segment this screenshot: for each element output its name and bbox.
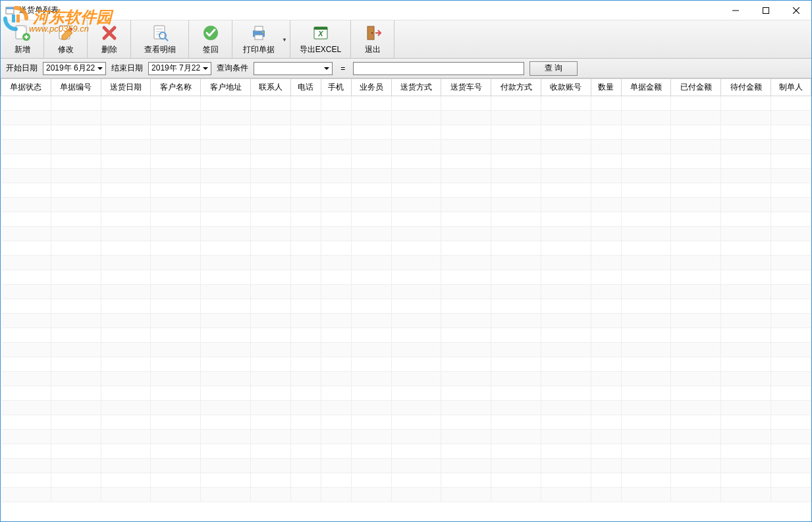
table-cell <box>250 386 290 401</box>
column-header[interactable]: 付款方式 <box>491 79 541 96</box>
table-cell <box>721 328 771 343</box>
column-header[interactable]: 待付金额 <box>721 79 771 96</box>
signback-button[interactable]: 签回 <box>189 20 232 58</box>
table-cell <box>351 111 391 125</box>
column-header[interactable]: 已付金额 <box>671 79 721 96</box>
table-cell <box>441 430 491 444</box>
close-button[interactable] <box>781 1 811 20</box>
table-cell <box>541 285 591 299</box>
table-cell <box>441 444 491 459</box>
start-date-picker[interactable]: 2019年 6月22 <box>43 62 106 75</box>
column-header[interactable]: 单据编号 <box>51 79 101 96</box>
new-button[interactable]: 新增 <box>1 20 44 58</box>
table-cell <box>151 444 201 459</box>
column-header[interactable]: 客户地址 <box>201 79 251 96</box>
table-cell <box>441 227 491 241</box>
table-row[interactable] <box>1 111 811 125</box>
table-row[interactable] <box>1 299 811 314</box>
table-cell <box>101 343 151 357</box>
column-header[interactable]: 联系人 <box>250 79 290 96</box>
table-cell <box>151 285 201 299</box>
table-cell <box>671 241 721 256</box>
table-row[interactable] <box>1 140 811 154</box>
table-row[interactable] <box>1 125 811 140</box>
table-cell <box>621 285 671 299</box>
export-button[interactable]: X 导出EXCEL <box>290 20 351 58</box>
table-row[interactable] <box>1 444 811 459</box>
table-cell <box>151 96 201 111</box>
table-row[interactable] <box>1 270 811 285</box>
table-cell <box>51 473 101 488</box>
end-date-picker[interactable]: 2019年 7月22 <box>148 62 211 75</box>
detail-button[interactable]: 查看明细 <box>131 20 189 58</box>
minimize-button[interactable] <box>720 1 751 20</box>
table-cell <box>391 488 441 502</box>
table-cell <box>541 96 591 111</box>
table-row[interactable] <box>1 314 811 328</box>
table-row[interactable] <box>1 328 811 343</box>
column-header[interactable]: 单据状态 <box>1 79 51 96</box>
maximize-button[interactable] <box>751 1 781 20</box>
table-cell <box>591 473 621 488</box>
table-cell <box>391 328 441 343</box>
table-cell <box>1 357 51 372</box>
table-row[interactable] <box>1 285 811 299</box>
table-row[interactable] <box>1 488 811 502</box>
table-row[interactable] <box>1 473 811 488</box>
table-area[interactable]: 单据状态单据编号送货日期客户名称客户地址联系人电话手机业务员送货方式送货车号付款… <box>1 78 811 521</box>
column-header[interactable]: 电话 <box>290 79 321 96</box>
table-cell <box>671 328 721 343</box>
table-row[interactable] <box>1 343 811 357</box>
query-button[interactable]: 查 询 <box>529 61 578 76</box>
column-header[interactable]: 送货日期 <box>101 79 151 96</box>
table-cell <box>101 256 151 270</box>
column-header[interactable]: 客户名称 <box>151 79 201 96</box>
print-button[interactable]: 打印单据 ▼ <box>232 20 290 58</box>
table-row[interactable] <box>1 256 811 270</box>
column-header[interactable]: 收款账号 <box>541 79 591 96</box>
query-input[interactable] <box>353 62 524 75</box>
table-row[interactable] <box>1 430 811 444</box>
table-row[interactable] <box>1 96 811 111</box>
table-cell <box>290 343 321 357</box>
table-row[interactable] <box>1 386 811 401</box>
table-header-row: 单据状态单据编号送货日期客户名称客户地址联系人电话手机业务员送货方式送货车号付款… <box>1 79 811 96</box>
table-cell <box>671 169 721 183</box>
column-header[interactable]: 送货方式 <box>391 79 441 96</box>
table-row[interactable] <box>1 415 811 430</box>
table-row[interactable] <box>1 227 811 241</box>
delete-button[interactable]: 删除 <box>88 20 131 58</box>
table-cell <box>101 212 151 227</box>
table-row[interactable] <box>1 357 811 372</box>
table-cell <box>591 154 621 169</box>
exit-button[interactable]: 退出 <box>351 20 394 58</box>
table-row[interactable] <box>1 169 811 183</box>
table-cell <box>151 372 201 386</box>
table-cell <box>621 299 671 314</box>
table-row[interactable] <box>1 401 811 415</box>
table-row[interactable] <box>1 198 811 212</box>
table-cell <box>391 227 441 241</box>
table-row[interactable] <box>1 372 811 386</box>
table-row[interactable] <box>1 183 811 198</box>
table-cell <box>721 198 771 212</box>
table-cell <box>351 212 391 227</box>
table-row[interactable] <box>1 212 811 227</box>
column-header[interactable]: 手机 <box>321 79 351 96</box>
table-row[interactable] <box>1 459 811 473</box>
edit-button[interactable]: 修改 <box>44 20 88 58</box>
table-cell <box>351 140 391 154</box>
table-cell <box>621 372 671 386</box>
column-header[interactable]: 制单人 <box>771 79 811 96</box>
table-cell <box>351 343 391 357</box>
table-cell <box>391 314 441 328</box>
table-row[interactable] <box>1 241 811 256</box>
table-cell <box>591 270 621 285</box>
table-row[interactable] <box>1 154 811 169</box>
column-header[interactable]: 单据金额 <box>621 79 671 96</box>
condition-select[interactable] <box>254 62 333 75</box>
column-header[interactable]: 送货车号 <box>441 79 491 96</box>
column-header[interactable]: 数量 <box>591 79 621 96</box>
column-header[interactable]: 业务员 <box>351 79 391 96</box>
table-cell <box>290 328 321 343</box>
